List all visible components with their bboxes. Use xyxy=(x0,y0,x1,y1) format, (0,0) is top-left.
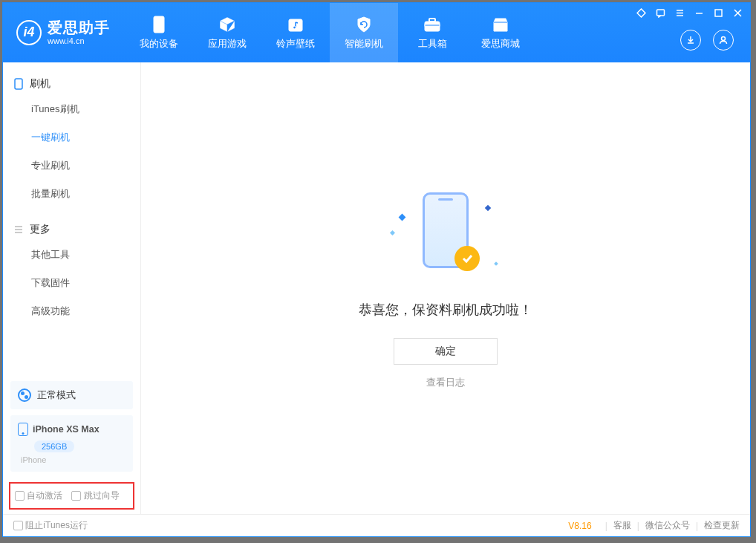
tab-store[interactable]: 爱思商城 xyxy=(466,3,535,62)
view-log-link[interactable]: 查看日志 xyxy=(426,377,465,389)
sidebar-section-flash: 刷机 xyxy=(3,73,140,95)
device-capacity: 256GB xyxy=(34,440,74,452)
theme-icon[interactable] xyxy=(636,7,646,18)
toolbox-icon xyxy=(423,15,442,34)
mode-label: 正常模式 xyxy=(37,389,76,402)
tab-flash[interactable]: 智能刷机 xyxy=(330,3,398,62)
footer-link-update[interactable]: 检查更新 xyxy=(704,519,740,532)
sidebar-item-other-tools[interactable]: 其他工具 xyxy=(3,241,140,269)
ok-button[interactable]: 确定 xyxy=(394,338,498,365)
header-right xyxy=(680,15,750,51)
device-icon xyxy=(149,15,169,34)
svg-point-8 xyxy=(722,37,726,41)
svg-rect-1 xyxy=(715,10,722,16)
mode-icon xyxy=(18,388,31,402)
footer-link-wechat[interactable]: 微信公众号 xyxy=(645,519,690,532)
sidebar-item-download-firmware[interactable]: 下载固件 xyxy=(3,269,140,297)
logo: i4 爱思助手 www.i4.cn xyxy=(3,19,125,46)
sidebar-item-oneclick-flash[interactable]: 一键刷机 xyxy=(3,123,140,152)
version-label: V8.16 xyxy=(568,521,591,531)
sidebar-item-pro-flash[interactable]: 专业刷机 xyxy=(3,152,140,180)
window-controls xyxy=(636,7,743,18)
body: 刷机 iTunes刷机 一键刷机 专业刷机 批量刷机 更多 其他工具 下载固件 … xyxy=(3,62,750,514)
success-illustration xyxy=(386,188,505,284)
store-icon xyxy=(491,15,510,34)
svg-point-4 xyxy=(293,26,296,29)
close-icon[interactable] xyxy=(732,7,743,18)
check-badge-icon xyxy=(454,246,480,271)
sidebar-item-advanced[interactable]: 高级功能 xyxy=(3,297,140,325)
skip-guide-checkbox[interactable]: 跳过向导 xyxy=(71,490,119,502)
device-name: iPhone XS Max xyxy=(33,424,100,435)
cube-icon xyxy=(218,15,237,34)
auto-activate-checkbox[interactable]: 自动激活 xyxy=(15,490,62,502)
music-folder-icon xyxy=(286,15,305,34)
user-button[interactable] xyxy=(713,30,734,51)
menu-lines-icon xyxy=(13,224,24,235)
tab-label: 爱思商城 xyxy=(481,37,520,51)
svg-rect-9 xyxy=(15,79,22,89)
app-window: i4 爱思助手 www.i4.cn 我的设备 应用游戏 铃声壁纸 智能刷机 xyxy=(2,2,751,537)
phone-small-icon xyxy=(13,79,24,89)
options-row: 自动激活 跳过向导 xyxy=(9,482,134,510)
tab-label: 工具箱 xyxy=(418,37,447,51)
sidebar-item-batch-flash[interactable]: 批量刷机 xyxy=(3,180,140,208)
tab-label: 铃声壁纸 xyxy=(276,37,315,51)
sidebar-item-itunes-flash[interactable]: iTunes刷机 xyxy=(3,95,140,123)
svg-rect-7 xyxy=(425,25,440,26)
tab-label: 我的设备 xyxy=(140,37,178,51)
menu-icon[interactable] xyxy=(674,7,685,18)
device-type: iPhone xyxy=(21,455,126,464)
phone-icon xyxy=(18,423,28,436)
main-content: 恭喜您，保资料刷机成功啦！ 确定 查看日志 xyxy=(141,62,750,514)
success-message: 恭喜您，保资料刷机成功啦！ xyxy=(359,301,532,319)
footer: 阻止iTunes运行 V8.16 | 客服 | 微信公众号 | 检查更新 xyxy=(3,514,750,536)
svg-rect-6 xyxy=(429,19,435,22)
tab-apps[interactable]: 应用游戏 xyxy=(193,3,261,62)
app-title: 爱思助手 xyxy=(48,19,110,36)
logo-icon: i4 xyxy=(16,20,42,45)
footer-link-support[interactable]: 客服 xyxy=(613,519,631,532)
tab-my-device[interactable]: 我的设备 xyxy=(125,3,193,62)
tab-toolbox[interactable]: 工具箱 xyxy=(398,3,466,62)
sidebar-section-more: 更多 xyxy=(3,218,140,241)
maximize-icon[interactable] xyxy=(713,7,723,18)
shield-refresh-icon xyxy=(354,15,374,34)
section-title: 刷机 xyxy=(30,77,50,91)
tab-label: 应用游戏 xyxy=(208,37,247,51)
device-info-box[interactable]: iPhone XS Max 256GB iPhone xyxy=(10,415,133,472)
nav-tabs: 我的设备 应用游戏 铃声壁纸 智能刷机 工具箱 爱思商城 xyxy=(125,3,535,62)
download-button[interactable] xyxy=(680,30,701,51)
app-subtitle: www.i4.cn xyxy=(48,36,110,46)
svg-rect-2 xyxy=(154,16,164,33)
section-title: 更多 xyxy=(30,223,50,236)
sidebar: 刷机 iTunes刷机 一键刷机 专业刷机 批量刷机 更多 其他工具 下载固件 … xyxy=(3,62,141,514)
feedback-icon[interactable] xyxy=(655,7,665,18)
device-mode-box[interactable]: 正常模式 xyxy=(10,381,133,409)
tab-ringtones[interactable]: 铃声壁纸 xyxy=(261,3,330,62)
tab-label: 智能刷机 xyxy=(345,37,383,51)
minimize-icon[interactable] xyxy=(694,7,704,18)
block-itunes-checkbox[interactable]: 阻止iTunes运行 xyxy=(13,519,88,532)
svg-rect-0 xyxy=(656,10,664,16)
